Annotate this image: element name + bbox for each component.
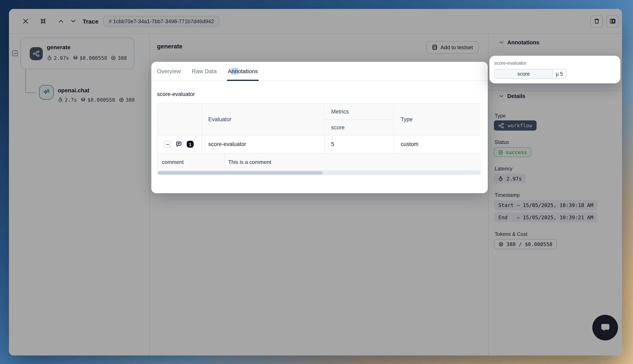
metric-value: µ 5 bbox=[553, 70, 566, 78]
tab-overview[interactable]: Overview bbox=[157, 62, 181, 81]
comment-icon[interactable] bbox=[175, 141, 182, 148]
comment-value: This is a comment bbox=[224, 153, 481, 170]
cell-evaluator: score-evaluator bbox=[202, 135, 324, 153]
horizontal-scrollbar[interactable] bbox=[157, 171, 481, 175]
trace-modal: Trace # 1cbb70e7-34a1-7bb7-3498-771b7d46… bbox=[9, 9, 622, 356]
cell-score: 5 bbox=[324, 135, 394, 153]
cell-type: custom bbox=[394, 135, 481, 153]
collapse-row-button[interactable] bbox=[164, 141, 171, 148]
minus-icon bbox=[165, 142, 170, 146]
scrollbar-thumb[interactable] bbox=[158, 171, 322, 174]
evaluator-section-title: score-evaluator bbox=[157, 91, 481, 97]
column-header-evaluator: Evaluator bbox=[202, 104, 324, 135]
desktop: Trace # 1cbb70e7-34a1-7bb7-3498-771b7d46… bbox=[0, 0, 633, 364]
comment-count-badge: 1 bbox=[187, 141, 194, 148]
column-header-type: Type bbox=[394, 104, 481, 135]
text-selection: nn bbox=[232, 68, 238, 74]
column-subheader-score: score bbox=[324, 120, 394, 135]
table-row[interactable]: 1 score-evaluator 5 custom bbox=[157, 135, 481, 153]
column-header-controls bbox=[157, 104, 202, 135]
comment-row: comment This is a comment bbox=[157, 153, 481, 171]
annotations-table: Evaluator Metrics Type score bbox=[157, 103, 481, 171]
metric-name: score bbox=[495, 70, 553, 78]
metric-pill[interactable]: score µ 5 bbox=[494, 69, 566, 78]
annotation-score-popup: score-evaluator score µ 5 bbox=[490, 56, 620, 83]
popup-evaluator-label: score-evaluator bbox=[494, 60, 616, 66]
tab-bar: Overview Raw Data Annotations bbox=[151, 62, 488, 81]
annotations-tab-card: Overview Raw Data Annotations score-eval… bbox=[151, 62, 488, 193]
tab-annotations[interactable]: Annotations bbox=[228, 62, 258, 81]
tab-raw-data[interactable]: Raw Data bbox=[192, 62, 217, 81]
column-header-metrics: Metrics bbox=[324, 104, 394, 120]
comment-key: comment bbox=[158, 153, 224, 170]
